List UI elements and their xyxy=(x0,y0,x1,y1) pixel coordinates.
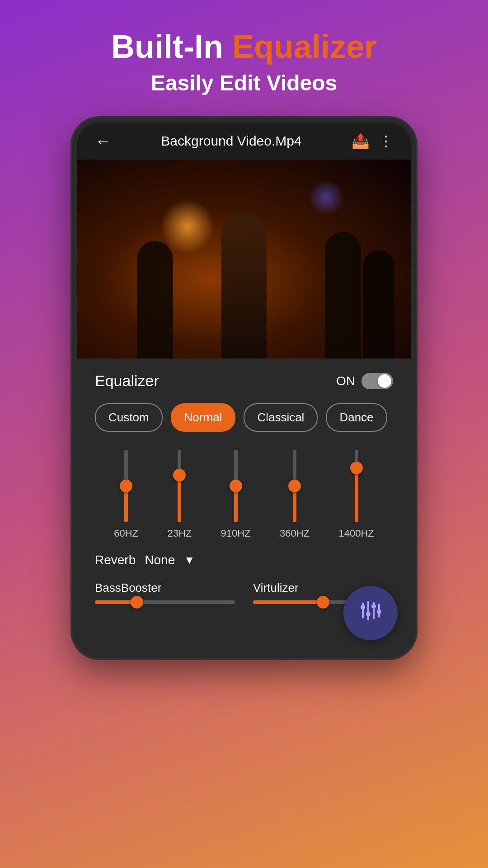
figure-center xyxy=(221,214,267,359)
header-subtitle: Easily Edit Videos xyxy=(18,71,470,95)
svg-point-5 xyxy=(371,604,376,609)
preset-custom[interactable]: Custom xyxy=(95,403,163,432)
slider-thumb-910hz[interactable] xyxy=(230,480,242,492)
slider-thumb-23hz[interactable] xyxy=(173,469,186,481)
video-light-1 xyxy=(160,199,215,254)
slider-label-910hz: 910HZ xyxy=(221,528,251,539)
slider-1400hz: 1400HZ xyxy=(339,450,374,539)
slider-fill-23hz xyxy=(178,475,181,522)
slider-label-60hz: 60HZ xyxy=(114,528,138,539)
eq-label: Equalizer xyxy=(95,372,159,390)
share-icon[interactable]: 📤 xyxy=(352,132,370,150)
slider-track-910hz[interactable] xyxy=(234,450,238,522)
slider-910hz: 910HZ xyxy=(221,450,251,539)
eq-header: Equalizer ON xyxy=(95,372,393,390)
bass-slider[interactable] xyxy=(95,600,235,604)
slider-fill-1400hz xyxy=(355,468,358,522)
preset-normal[interactable]: Normal xyxy=(171,403,236,432)
preset-classical[interactable]: Classical xyxy=(244,403,318,432)
slider-360hz: 360HZ xyxy=(280,450,310,539)
header-section: Built-In Equalizer Easily Edit Videos xyxy=(0,0,488,109)
slider-track-60hz[interactable] xyxy=(124,450,128,522)
fab-eq-icon xyxy=(358,598,383,628)
slider-thumb-60hz[interactable] xyxy=(120,480,132,492)
figure-left xyxy=(137,241,173,359)
reverb-row: Reverb None ▼ xyxy=(95,548,393,572)
topbar-actions: 📤 ⋮ xyxy=(352,132,393,150)
reverb-label: Reverb xyxy=(95,553,136,567)
header-title-part1: Built-In xyxy=(111,28,223,65)
slider-thumb-360hz[interactable] xyxy=(288,480,301,492)
header-title: Built-In Equalizer xyxy=(18,27,470,66)
virtualizer-fill xyxy=(253,600,323,604)
slider-track-1400hz[interactable] xyxy=(355,450,358,522)
reverb-value: None xyxy=(145,553,175,567)
back-button[interactable]: ← xyxy=(95,132,111,151)
slider-label-360hz: 360HZ xyxy=(280,528,310,539)
toggle-knob xyxy=(378,374,391,388)
video-area xyxy=(77,160,411,359)
slider-track-360hz[interactable] xyxy=(293,450,296,522)
eq-toggle-area: ON xyxy=(336,373,393,389)
eq-sliders: 60HZ 23HZ 910HZ xyxy=(95,450,393,539)
more-icon[interactable]: ⋮ xyxy=(379,132,393,150)
eq-toggle-label: ON xyxy=(336,374,355,388)
slider-thumb-1400hz[interactable] xyxy=(350,462,363,474)
slider-23hz: 23HZ xyxy=(167,450,192,539)
eq-toggle-switch[interactable] xyxy=(361,373,393,389)
video-scene xyxy=(77,160,411,359)
figure-right xyxy=(325,232,361,359)
preset-buttons: Custom Normal Classical Dance xyxy=(95,403,393,432)
fab-button[interactable] xyxy=(343,586,398,640)
reverb-dropdown-arrow[interactable]: ▼ xyxy=(184,554,195,566)
bass-booster-group: BassBooster xyxy=(95,581,235,604)
eq-section: Equalizer ON Custom Normal Classical Dan… xyxy=(77,359,411,618)
slider-label-23hz: 23HZ xyxy=(167,528,192,539)
phone-body: ← Background Video.Mp4 📤 ⋮ Equa xyxy=(77,123,411,654)
phone-topbar: ← Background Video.Mp4 📤 ⋮ xyxy=(77,123,411,160)
virtualizer-thumb[interactable] xyxy=(317,596,329,609)
side-button-1 xyxy=(414,177,416,204)
header-title-part2: Equalizer xyxy=(232,28,377,65)
slider-track-23hz[interactable] xyxy=(178,450,181,522)
svg-point-7 xyxy=(377,609,381,614)
phone-frame: ← Background Video.Mp4 📤 ⋮ Equa xyxy=(72,118,416,658)
side-button-2 xyxy=(414,213,416,240)
svg-point-1 xyxy=(361,605,365,609)
svg-point-3 xyxy=(366,612,371,616)
bass-label: BassBooster xyxy=(95,581,235,595)
figure-far-right xyxy=(363,250,394,359)
fab-area xyxy=(77,618,411,654)
slider-60hz: 60HZ xyxy=(114,450,138,539)
preset-dance[interactable]: Dance xyxy=(326,403,387,432)
bass-thumb[interactable] xyxy=(131,596,143,609)
topbar-title: Background Video.Mp4 xyxy=(161,133,301,149)
slider-label-1400hz: 1400HZ xyxy=(339,528,374,539)
video-light-2 xyxy=(308,179,344,216)
